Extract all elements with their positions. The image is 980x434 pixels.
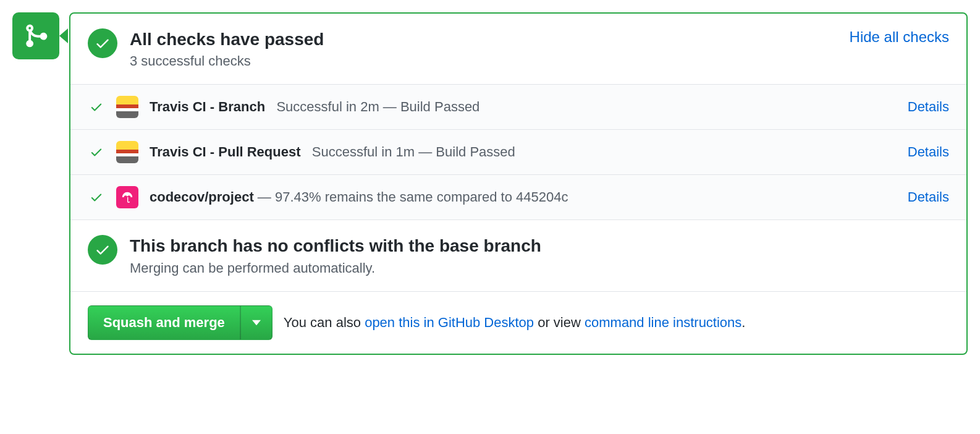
details-link[interactable]: Details: [908, 99, 949, 115]
check-success-icon: [90, 145, 103, 159]
travis-avatar: [116, 96, 138, 118]
conflicts-subtitle: Merging can be performed automatically.: [130, 260, 949, 276]
check-row: Travis CI - Branch Successful in 2m — Bu…: [70, 85, 966, 130]
checks-header: All checks have passed 3 successful chec…: [70, 14, 966, 84]
details-link[interactable]: Details: [908, 144, 949, 160]
caret-down-icon: [252, 320, 261, 326]
check-name: Travis CI - Branch: [150, 99, 265, 114]
hide-checks-link[interactable]: Hide all checks: [850, 28, 949, 46]
merge-footer: Squash and merge You can also open this …: [70, 291, 966, 354]
check-status: — 97.43% remains the same compared to 44…: [258, 189, 568, 205]
merge-help-text: You can also open this in GitHub Desktop…: [284, 315, 746, 331]
check-row: Travis CI - Pull Request Successful in 1…: [70, 130, 966, 175]
cli-instructions-link[interactable]: command line instructions: [585, 315, 741, 330]
checks-title: All checks have passed: [130, 28, 837, 51]
conflicts-title: This branch has no conflicts with the ba…: [130, 235, 949, 257]
check-row: codecov/project — 97.43% remains the sam…: [70, 175, 966, 220]
git-merge-icon: [23, 23, 49, 49]
conflicts-section: This branch has no conflicts with the ba…: [70, 220, 966, 291]
merge-timeline-badge: [12, 12, 59, 59]
umbrella-icon: [120, 190, 134, 204]
checks-subtitle: 3 successful checks: [130, 53, 837, 69]
check-name: Travis CI - Pull Request: [150, 144, 301, 160]
check-success-icon: [90, 190, 103, 204]
check-status: Successful in 1m — Build Passed: [312, 144, 515, 160]
check-icon: [95, 35, 111, 51]
status-success-circle: [88, 235, 117, 265]
merge-status-box: All checks have passed 3 successful chec…: [69, 12, 968, 355]
travis-avatar: [116, 141, 138, 163]
merge-dropdown-button[interactable]: [240, 305, 272, 340]
details-link[interactable]: Details: [908, 189, 949, 205]
squash-merge-button[interactable]: Squash and merge: [88, 305, 240, 340]
check-name: codecov/project: [150, 189, 254, 205]
check-icon: [95, 242, 111, 258]
status-success-circle: [88, 28, 117, 58]
checks-list: Travis CI - Branch Successful in 2m — Bu…: [70, 84, 966, 220]
codecov-avatar: [116, 186, 138, 208]
check-status: Successful in 2m — Build Passed: [276, 99, 479, 114]
open-desktop-link[interactable]: open this in GitHub Desktop: [365, 315, 534, 330]
check-success-icon: [90, 100, 103, 114]
